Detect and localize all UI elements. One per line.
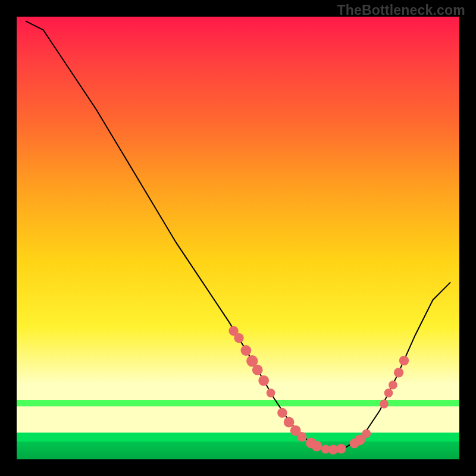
data-point xyxy=(297,432,306,441)
data-point xyxy=(399,356,409,365)
data-point xyxy=(277,408,287,418)
data-point xyxy=(234,333,243,343)
data-markers xyxy=(228,326,409,455)
data-point xyxy=(267,389,275,397)
data-point xyxy=(258,375,269,386)
data-point xyxy=(394,368,403,377)
curve-layer xyxy=(17,17,459,459)
data-point xyxy=(380,400,389,409)
data-point xyxy=(284,417,295,428)
bottleneck-curve xyxy=(26,21,450,449)
plot-area xyxy=(17,17,459,459)
data-point xyxy=(362,429,371,438)
data-point xyxy=(312,441,322,452)
data-point xyxy=(336,444,346,453)
data-point xyxy=(241,345,252,356)
data-point xyxy=(389,381,397,390)
watermark-text: TheBottleneck.com xyxy=(337,2,465,18)
data-point xyxy=(384,389,393,397)
data-point xyxy=(252,365,263,375)
chart-frame: TheBottleneck.com xyxy=(0,0,476,476)
